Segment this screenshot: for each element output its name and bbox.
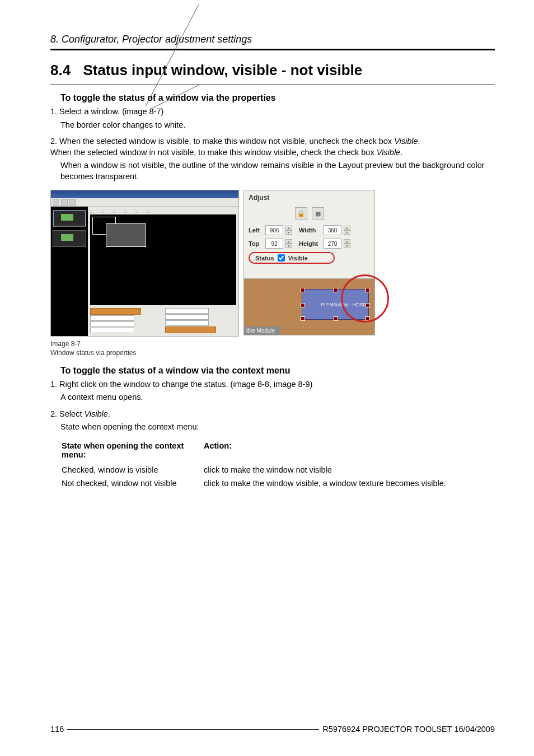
section-title: Status input window, visible - not visib… <box>83 62 362 78</box>
module-label: ible Module <box>244 326 280 335</box>
visible-italic-2: Visible <box>377 148 400 157</box>
visible-italic-1: Visible <box>394 137 418 146</box>
app-titlebar <box>51 190 238 198</box>
table-row: Checked, window is visible click to make… <box>62 464 453 476</box>
status-label: Status <box>255 255 274 262</box>
controls-right <box>165 307 237 334</box>
step-2-line2: When the selected window in not visible,… <box>50 148 377 157</box>
left-value[interactable]: 906 <box>265 225 283 235</box>
thumbnail <box>53 230 86 247</box>
page-number: 116 <box>50 725 64 734</box>
lock-icon[interactable]: 🔒 <box>295 207 307 220</box>
app-sidebar <box>51 207 88 336</box>
height-spinner[interactable]: ▲▼ <box>344 239 350 248</box>
ctx-lead: State when opening the context menu: <box>60 422 495 433</box>
header-rule <box>50 49 495 50</box>
hdr-state: State when opening the context menu: <box>62 440 203 463</box>
subhead-context-menu: To toggle the status of a window via the… <box>60 366 495 376</box>
cell-state-2: Not checked, window not visible <box>62 477 203 489</box>
hdr-action: Action: <box>204 440 453 463</box>
figure-8-7: —————— <box>50 190 495 337</box>
subhead-properties: To toggle the status of a window via the… <box>60 93 495 103</box>
section-heading: 8.4 Status input window, visible - not v… <box>50 62 495 85</box>
footer-doc-id: R5976924 PROJECTOR TOOLSET 16/04/2009 <box>322 725 495 734</box>
top-spinner[interactable]: ▲▼ <box>285 239 292 248</box>
height-value[interactable]: 270 <box>324 239 341 249</box>
visible-checkbox[interactable] <box>278 254 285 262</box>
step-1: 1. Select a window. (image 8-7) <box>50 106 495 118</box>
cell-action-2: click to make the window visible, a wind… <box>204 477 453 489</box>
svg-line-0 <box>146 4 199 106</box>
state-action-table: State when opening the context menu: Act… <box>60 438 454 491</box>
status-row-circled: Status Visible <box>249 252 335 264</box>
width-spinner[interactable]: ▲▼ <box>344 226 350 235</box>
app-window-screenshot: —————— <box>50 190 239 337</box>
toolbar-btn <box>61 199 68 206</box>
callout-ring <box>341 274 389 323</box>
app-toolbar <box>51 198 238 207</box>
app-tabs: —————— <box>90 209 236 213</box>
left-label: Left <box>249 227 263 234</box>
toolbar-btn <box>69 199 76 206</box>
top-label: Top <box>249 240 263 247</box>
adjust-title: Adjust <box>249 194 370 202</box>
running-header: 8. Configurator, Projector adjustment se… <box>50 34 495 45</box>
ctx-step-1: 1. Right click on the window to change t… <box>50 379 495 390</box>
cell-action-1: click to make the window not visible <box>204 464 453 476</box>
page-footer: 116 R5976924 PROJECTOR TOOLSET 16/04/200… <box>50 725 495 734</box>
visible-label: Visible <box>288 255 308 262</box>
step-2: 2. When the selected window is visible, … <box>50 136 495 158</box>
ctx-step-2: 2. Select Visible. <box>50 409 495 420</box>
height-label: Height <box>299 240 321 247</box>
adjust-panel: Adjust 🔒 ▦ Left 906 ▲▼ Width 360 ▲▼ Top … <box>243 190 375 335</box>
visible-italic-3: Visible <box>84 409 107 418</box>
ctx-step-1-body: A context menu opens. <box>60 392 495 403</box>
table-row: Not checked, window not visible click to… <box>62 477 453 489</box>
step-1-body: The border color changes to white. <box>60 120 495 131</box>
cell-state-1: Checked, window is visible <box>62 464 203 476</box>
figure-caption-num: Image 8-7 <box>50 340 495 349</box>
snap-icon[interactable]: ▦ <box>312 207 324 220</box>
ctx-step-2-text: 2. Select <box>50 409 84 418</box>
toolbar-btn <box>53 199 59 206</box>
thumbnail <box>53 210 86 227</box>
width-value[interactable]: 360 <box>324 225 341 235</box>
width-label: Width <box>299 227 321 234</box>
top-value[interactable]: 92 <box>265 239 283 249</box>
section-number: 8.4 <box>50 62 71 82</box>
step-2-body: When a window is not visible, the outlin… <box>60 160 495 182</box>
left-spinner[interactable]: ▲▼ <box>285 226 292 235</box>
layout-preview <box>90 214 236 305</box>
figure-caption-text: Window status via properties <box>50 349 495 358</box>
step-2-line1: 2. When the selected window is visible, … <box>50 137 394 146</box>
footer-rule <box>67 729 319 730</box>
figure-caption: Image 8-7 Window status via properties <box>50 340 495 357</box>
controls-left <box>90 307 162 334</box>
